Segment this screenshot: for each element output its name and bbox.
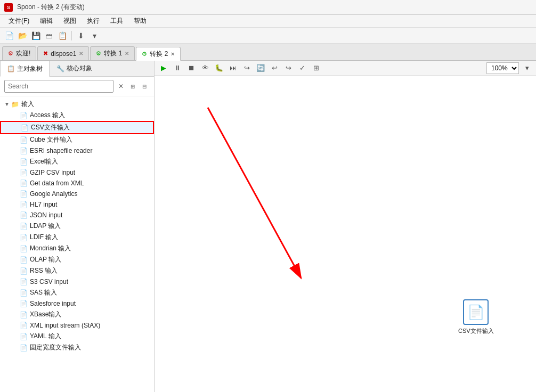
tree-item-gzip[interactable]: 📄 GZIP CSV input bbox=[0, 167, 154, 178]
tab-dispose1-close[interactable]: ✕ bbox=[79, 51, 83, 56]
zoom-arrow-button[interactable]: ▾ bbox=[521, 62, 533, 74]
tree-item-google-analytics[interactable]: 📄 Google Analytics bbox=[0, 189, 154, 199]
sas-icon: 📄 bbox=[19, 289, 28, 297]
open-button[interactable]: 📂 bbox=[17, 30, 28, 42]
menu-view[interactable]: 视图 bbox=[59, 15, 80, 27]
folder-label: 输入 bbox=[21, 100, 34, 109]
tree-item-rss[interactable]: 📄 RSS 输入 bbox=[0, 265, 154, 276]
tree-item-ldif[interactable]: 📄 LDIF 输入 bbox=[0, 232, 154, 243]
csv-icon: 📄 bbox=[20, 124, 29, 132]
tab-welcome-icon: ⚙ bbox=[8, 50, 13, 57]
olap-icon: 📄 bbox=[19, 256, 28, 264]
arrow-button[interactable]: ▾ bbox=[88, 30, 100, 42]
excel-icon: 📄 bbox=[19, 158, 28, 166]
tree-item-excel[interactable]: 📄 Excel输入 bbox=[0, 156, 154, 167]
new-button[interactable]: 📄 bbox=[3, 30, 15, 42]
clear-search-button[interactable]: ✕ bbox=[116, 81, 126, 92]
canvas-content[interactable]: 📄 CSV文件输入 bbox=[155, 76, 536, 392]
tree-item-access[interactable]: 📄 Access 输入 bbox=[0, 110, 154, 121]
tree-item-salesforce[interactable]: 📄 Salesforce input bbox=[0, 298, 154, 309]
mondrian-icon: 📄 bbox=[19, 244, 28, 253]
tree-folder-input[interactable]: ▼ 📁 输入 bbox=[0, 99, 154, 110]
tree-item-ldap[interactable]: 📄 LDAP 输入 bbox=[0, 220, 154, 232]
menu-edit[interactable]: 编辑 bbox=[36, 15, 57, 27]
folder-expand-icon: ▼ bbox=[4, 101, 11, 107]
gzip-icon: 📄 bbox=[19, 168, 28, 177]
esri-icon: 📄 bbox=[19, 146, 28, 155]
canvas-node-csv[interactable]: 📄 CSV文件输入 bbox=[458, 299, 494, 335]
tree-item-csv[interactable]: 📄 CSV文件输入 bbox=[0, 121, 154, 134]
tab-transform1[interactable]: ⚙ 转换 1 ✕ bbox=[90, 46, 135, 60]
paste-button[interactable]: 📋 bbox=[56, 30, 68, 42]
tab-transform1-close[interactable]: ✕ bbox=[125, 51, 129, 56]
json-icon: 📄 bbox=[19, 211, 28, 219]
search-area: ✕ ⊞ ⊟ bbox=[0, 77, 154, 96]
replay-button[interactable]: 🔄 bbox=[255, 62, 266, 74]
menu-tools[interactable]: 工具 bbox=[106, 15, 127, 27]
zoom-select[interactable]: 100% 50% 75% 150% 200% bbox=[486, 62, 519, 74]
panel-tab-core[interactable]: 🔧 核心对象 bbox=[50, 61, 99, 76]
tab-transform2[interactable]: ⚙ 转换 2 ✕ bbox=[136, 47, 181, 61]
deploy-button[interactable]: ⬇ bbox=[75, 30, 87, 42]
tree: ▼ 📁 输入 📄 Access 输入 📄 CSV文件输入 📄 bbox=[0, 96, 154, 392]
search-input[interactable] bbox=[4, 80, 113, 93]
tab-transform2-label: 转换 2 bbox=[150, 50, 168, 59]
run-button[interactable]: ▶ bbox=[158, 62, 169, 74]
save-button[interactable]: 💾 bbox=[30, 30, 42, 42]
panel-tab-main[interactable]: 📋 主对象树 bbox=[0, 61, 50, 77]
main-toolbar: 📄 📂 💾 🗃 📋 ⬇ ▾ bbox=[0, 28, 536, 44]
tab-transform2-icon: ⚙ bbox=[142, 51, 147, 58]
tree-item-s3csv[interactable]: 📄 S3 CSV input bbox=[0, 276, 154, 287]
save-all-button[interactable]: 🗃 bbox=[43, 30, 55, 42]
rss-icon: 📄 bbox=[19, 267, 28, 275]
node-icon: 📄 bbox=[467, 304, 484, 321]
tree-item-fixed-width[interactable]: 📄 固定宽度文件输入 bbox=[0, 342, 154, 353]
grid-button[interactable]: ⊞ bbox=[310, 62, 322, 74]
step-button[interactable]: ⏭ bbox=[227, 62, 239, 74]
access-icon: 📄 bbox=[19, 111, 28, 120]
yaml-icon: 📄 bbox=[19, 332, 28, 341]
forward-button[interactable]: ↪ bbox=[282, 62, 294, 74]
salesforce-icon: 📄 bbox=[19, 299, 28, 308]
panel-tab-main-label: 主对象树 bbox=[17, 64, 43, 74]
pause-button[interactable]: ⏸ bbox=[172, 62, 183, 74]
back-button[interactable]: ↩ bbox=[269, 62, 280, 74]
tab-bar: ⚙ 欢迎! ✖ dispose1 ✕ ⚙ 转换 1 ✕ ⚙ 转换 2 ✕ bbox=[0, 44, 536, 61]
step-over-button[interactable]: ↪ bbox=[241, 62, 253, 74]
debug-button[interactable]: 🐛 bbox=[213, 62, 225, 74]
tree-item-json[interactable]: 📄 JSON input bbox=[0, 210, 154, 220]
tree-item-olap[interactable]: 📄 OLAP 输入 bbox=[0, 254, 154, 265]
menu-file[interactable]: 文件(F) bbox=[4, 15, 34, 27]
tree-item-mondrian[interactable]: 📄 Mondrian 输入 bbox=[0, 243, 154, 254]
tree-item-esri[interactable]: 📄 ESRI shapefile reader bbox=[0, 145, 154, 156]
tab-dispose1[interactable]: ✖ dispose1 ✕ bbox=[37, 46, 89, 60]
tree-item-hl7[interactable]: 📄 HL7 input bbox=[0, 199, 154, 210]
check-button[interactable]: ✓ bbox=[296, 62, 308, 74]
canvas-toolbar: ▶ ⏸ ⏹ 👁 🐛 ⏭ ↪ 🔄 ↩ ↪ ✓ ⊞ 100% 50% 75% 150… bbox=[155, 61, 536, 76]
tree-item-xbase[interactable]: 📄 XBase输入 bbox=[0, 309, 154, 320]
panel-tab-core-label: 核心对象 bbox=[67, 64, 92, 73]
folder-icon: 📁 bbox=[11, 100, 19, 109]
tab-transform2-close[interactable]: ✕ bbox=[170, 51, 175, 57]
expand-tree-button[interactable]: ⊞ bbox=[127, 81, 138, 92]
hl7-icon: 📄 bbox=[19, 200, 28, 209]
ldif-icon: 📄 bbox=[19, 233, 28, 242]
left-panel: 📋 主对象树 🔧 核心对象 ✕ ⊞ ⊟ ▼ 📁 输入 bbox=[0, 61, 155, 392]
tree-item-xmlstream[interactable]: 📄 XML input stream (StAX) bbox=[0, 320, 154, 331]
main-layout: 📋 主对象树 🔧 核心对象 ✕ ⊞ ⊟ ▼ 📁 输入 bbox=[0, 61, 536, 392]
xbase-icon: 📄 bbox=[19, 311, 28, 319]
menu-help[interactable]: 帮助 bbox=[129, 15, 151, 27]
tree-item-xml[interactable]: 📄 Get data from XML bbox=[0, 178, 154, 189]
core-object-icon: 🔧 bbox=[56, 65, 64, 72]
stop-button[interactable]: ⏹ bbox=[185, 62, 197, 74]
tab-welcome[interactable]: ⚙ 欢迎! bbox=[2, 46, 36, 60]
s3csv-icon: 📄 bbox=[19, 277, 28, 286]
preview-button[interactable]: 👁 bbox=[199, 62, 211, 74]
canvas-area: ▶ ⏸ ⏹ 👁 🐛 ⏭ ↪ 🔄 ↩ ↪ ✓ ⊞ 100% 50% 75% 150… bbox=[155, 61, 536, 392]
tree-item-yaml[interactable]: 📄 YAML 输入 bbox=[0, 331, 154, 342]
main-tree-icon: 📋 bbox=[7, 65, 15, 72]
tree-item-sas[interactable]: 📄 SAS 输入 bbox=[0, 287, 154, 298]
collapse-tree-button[interactable]: ⊟ bbox=[139, 81, 150, 92]
tree-item-cube[interactable]: 📄 Cube 文件输入 bbox=[0, 134, 154, 145]
menu-run[interactable]: 执行 bbox=[83, 15, 104, 27]
